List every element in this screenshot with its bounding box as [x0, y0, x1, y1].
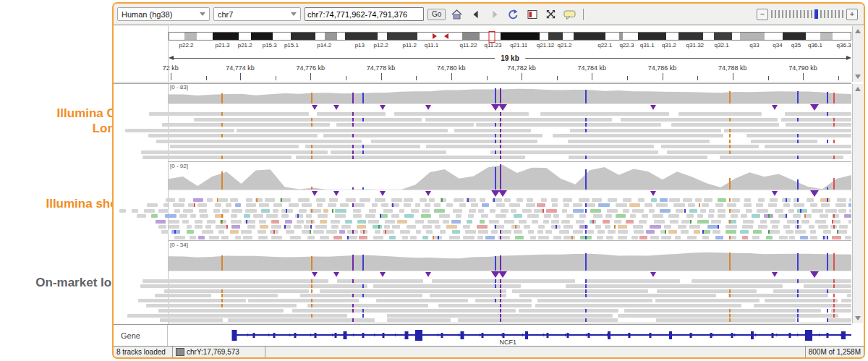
read-pileup[interactable]: [169, 198, 851, 240]
read: [295, 214, 303, 218]
read: [429, 198, 435, 202]
read: [678, 112, 762, 116]
read-row: [169, 289, 851, 294]
read-pileup[interactable]: [169, 111, 851, 161]
chromosome-band: [169, 33, 184, 40]
back-icon[interactable]: [468, 7, 483, 22]
read: [391, 214, 399, 218]
read: [621, 118, 778, 122]
gene-track[interactable]: Gene NCF1: [114, 324, 851, 347]
read: [848, 203, 851, 207]
read: [320, 289, 506, 293]
read-pileup[interactable]: [169, 279, 851, 323]
tracks-scrollbar[interactable]: [852, 84, 863, 323]
read: [381, 203, 388, 207]
read-snp-tick: [729, 134, 731, 137]
home-icon[interactable]: [449, 7, 464, 22]
scroll-up-icon[interactable]: [855, 87, 861, 91]
read: [169, 225, 179, 229]
region-tool-icon[interactable]: [524, 7, 540, 22]
zoom-in-button[interactable]: +: [846, 9, 858, 20]
read: [320, 220, 328, 224]
read: [516, 198, 523, 202]
read-snp-tick: [352, 294, 354, 297]
genome-select[interactable]: Human (hg38): [117, 7, 210, 21]
read: [614, 220, 621, 224]
read: [216, 225, 226, 229]
forward-icon[interactable]: [487, 7, 502, 22]
read: [661, 236, 671, 239]
read: [467, 220, 472, 224]
scroll-down-icon[interactable]: [855, 75, 861, 79]
read: [838, 230, 847, 234]
read: [297, 220, 303, 224]
gene-strand-arrow-icon: [395, 334, 398, 336]
read-mismatch-tick: [392, 203, 393, 207]
read: [187, 225, 192, 229]
insertion-marker-icon: [498, 190, 507, 197]
locus-panel: p22.2p21.3p21.2p15.3p15.1p14.2p13p12.2p1…: [114, 26, 851, 82]
read: [294, 225, 301, 229]
read-snp-tick: [311, 156, 312, 159]
tooltip-bubble-icon[interactable]: [562, 7, 577, 22]
read: [553, 134, 723, 137]
toolbar: Human (hg38) chr7 Go: [114, 4, 864, 25]
refresh-icon[interactable]: [506, 7, 521, 22]
read: [660, 209, 670, 213]
zoom-slider-thumb[interactable]: [814, 9, 818, 19]
scroll-up-icon[interactable]: [855, 29, 861, 33]
read: [156, 220, 166, 224]
read: [345, 220, 353, 224]
read-snp-tick: [500, 134, 501, 137]
current-locus-marker: [488, 31, 495, 43]
read: [837, 198, 846, 202]
read: [171, 230, 180, 234]
gene-strand-arrow-icon: [353, 334, 356, 336]
read: [404, 198, 412, 202]
read: [281, 214, 289, 218]
track-illumina-complete-long-reads[interactable]: [0 - 83]: [169, 84, 851, 162]
insertion-marker-row: [169, 190, 851, 198]
read: [480, 198, 485, 202]
read: [465, 230, 476, 234]
gene-exon: [690, 333, 692, 338]
locus-input[interactable]: [305, 7, 424, 21]
fit-to-window-icon[interactable]: [543, 7, 558, 22]
chromosome-band: [806, 33, 821, 40]
zoom-slider-tick: [771, 10, 773, 18]
read: [670, 220, 678, 224]
read: [626, 220, 633, 224]
scroll-down-icon[interactable]: [855, 316, 861, 320]
read: [137, 214, 146, 218]
go-button[interactable]: Go: [427, 9, 446, 20]
read: [190, 236, 197, 239]
read: [469, 209, 477, 213]
track-illumina-short-reads[interactable]: [0 - 92]: [169, 163, 851, 241]
read: [675, 236, 681, 239]
chromosome-select[interactable]: chr7: [213, 7, 301, 21]
band-label: q32.1: [715, 42, 729, 48]
band-label: p13: [355, 42, 365, 48]
zoom-slider[interactable]: [771, 9, 843, 19]
read: [741, 214, 747, 218]
read: [231, 225, 240, 229]
gene-model-area[interactable]: NCF1: [169, 325, 851, 347]
read: [452, 230, 461, 234]
locus-panel-scrollbar[interactable]: [852, 26, 863, 82]
zoom-out-button[interactable]: −: [757, 9, 768, 20]
read-snp-tick: [495, 140, 496, 143]
read: [509, 203, 520, 207]
ruler[interactable]: 19 kb 72 kb74,774 kb74,776 kb74,778 kb74…: [169, 54, 851, 81]
read: [527, 214, 539, 218]
read: [756, 203, 763, 207]
read-row: [169, 279, 851, 284]
ideogram-bands[interactable]: [169, 32, 851, 41]
read: [697, 214, 703, 218]
chromosome-band: [765, 33, 782, 40]
read: [142, 279, 328, 283]
read: [788, 209, 794, 213]
coverage-snp-line: [311, 187, 312, 190]
band-label: q36.1: [808, 42, 822, 48]
read-snp-tick: [500, 112, 501, 116]
track-on-market-long-reads[interactable]: [0 - 34]: [169, 242, 851, 323]
